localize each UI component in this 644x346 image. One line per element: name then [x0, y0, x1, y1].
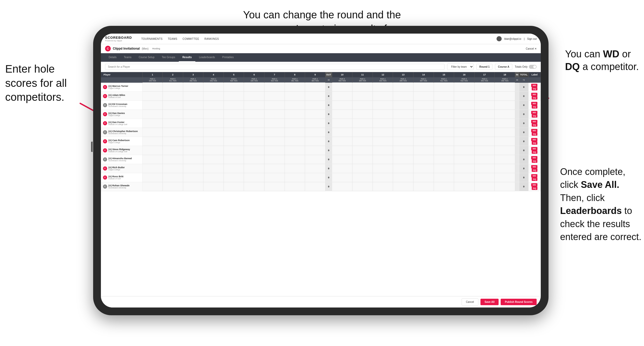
score-hole-15-player-4[interactable]	[434, 119, 454, 128]
score-hole-13-player-7[interactable]	[393, 146, 413, 155]
score-hole-17-player-4[interactable]	[474, 119, 495, 128]
score-hole-13-player-9[interactable]	[393, 164, 413, 173]
score-hole-2-player-0[interactable]	[163, 83, 183, 92]
score-hole-12-player-11[interactable]	[373, 182, 393, 191]
score-hole-3-player-11[interactable]	[183, 182, 203, 191]
score-input-h13-p5[interactable]	[394, 131, 412, 134]
score-input-h4-p7[interactable]	[204, 149, 223, 152]
score-input-h17-p1[interactable]	[475, 95, 494, 97]
score-input-h18-p11[interactable]	[495, 185, 514, 188]
dq-button-3[interactable]: DQ	[532, 114, 537, 118]
score-input-h12-p7[interactable]	[374, 149, 392, 152]
score-hole-7-player-7[interactable]	[264, 146, 285, 155]
score-hole-6-player-2[interactable]	[244, 101, 264, 110]
score-hole-15-player-9[interactable]	[434, 164, 454, 173]
score-hole-12-player-5[interactable]	[373, 128, 393, 137]
tournament-cancel-btn[interactable]: Cancel ✕	[526, 47, 537, 50]
score-hole-9-player-10[interactable]	[305, 173, 325, 182]
score-input-h17-p3[interactable]	[475, 113, 494, 116]
score-hole-8-player-8[interactable]	[285, 155, 305, 164]
score-hole-6-player-7[interactable]	[244, 146, 264, 155]
score-hole-10-player-11[interactable]	[332, 182, 352, 191]
score-input-h5-p11[interactable]	[225, 185, 243, 188]
score-hole-4-player-0[interactable]	[203, 83, 224, 92]
score-hole-7-player-0[interactable]	[264, 83, 285, 92]
score-hole-18-player-8[interactable]	[495, 155, 515, 164]
wd-button-7[interactable]: WD	[531, 147, 537, 150]
score-hole-3-player-4[interactable]	[183, 119, 203, 128]
score-hole-14-player-10[interactable]	[413, 173, 434, 182]
score-input-h14-p8[interactable]	[414, 158, 433, 161]
score-hole-4-player-11[interactable]	[203, 182, 224, 191]
score-hole-11-player-8[interactable]	[352, 155, 373, 164]
score-hole-9-player-11[interactable]	[305, 182, 325, 191]
score-input-h14-p7[interactable]	[414, 149, 433, 152]
score-input-h7-p5[interactable]	[265, 131, 284, 134]
score-input-h15-p0[interactable]	[435, 86, 453, 88]
score-input-h10-p11[interactable]	[333, 185, 352, 188]
totals-only-toggle[interactable]: Totals Only	[515, 65, 537, 69]
score-input-h4-p9[interactable]	[204, 167, 223, 170]
score-input-h7-p1[interactable]	[265, 95, 284, 97]
score-hole-17-player-7[interactable]	[474, 146, 495, 155]
score-hole-2-player-8[interactable]	[163, 155, 183, 164]
dq-button-9[interactable]: DQ	[532, 168, 537, 172]
score-input-h3-p6[interactable]	[184, 140, 203, 143]
score-input-h10-p7[interactable]	[333, 149, 352, 152]
score-hole-15-player-11[interactable]	[434, 182, 454, 191]
score-hole-10-player-2[interactable]	[332, 101, 352, 110]
score-hole-9-player-7[interactable]	[305, 146, 325, 155]
score-hole-7-player-5[interactable]	[264, 128, 285, 137]
dq-button-5[interactable]: DQ	[532, 132, 537, 136]
score-hole-12-player-3[interactable]	[373, 110, 393, 119]
score-hole-6-player-5[interactable]	[244, 128, 264, 137]
score-hole-1-player-7[interactable]	[142, 146, 163, 155]
wd-button-6[interactable]: WD	[531, 138, 537, 141]
score-input-h11-p2[interactable]	[353, 104, 372, 106]
score-input-h6-p8[interactable]	[245, 158, 263, 161]
score-input-h10-p5[interactable]	[333, 131, 352, 134]
score-input-h17-p10[interactable]	[475, 176, 494, 179]
score-hole-13-player-4[interactable]	[393, 119, 413, 128]
score-input-h10-p6[interactable]	[333, 140, 352, 143]
score-input-h5-p1[interactable]	[225, 95, 243, 97]
score-hole-5-player-0[interactable]	[224, 83, 244, 92]
score-hole-17-player-6[interactable]	[474, 137, 495, 146]
score-input-h1-p6[interactable]	[143, 140, 162, 143]
score-input-h16-p3[interactable]	[455, 113, 473, 116]
score-hole-5-player-6[interactable]	[224, 137, 244, 146]
score-input-h3-p2[interactable]	[184, 104, 203, 106]
score-hole-1-player-2[interactable]	[142, 101, 163, 110]
score-input-h6-p9[interactable]	[245, 167, 263, 170]
score-input-h8-p2[interactable]	[286, 104, 304, 106]
course-selector[interactable]: Course A	[495, 64, 512, 70]
score-hole-13-player-10[interactable]	[393, 173, 413, 182]
score-hole-17-player-3[interactable]	[474, 110, 495, 119]
score-hole-12-player-2[interactable]	[373, 101, 393, 110]
score-hole-5-player-9[interactable]	[224, 164, 244, 173]
score-input-h8-p0[interactable]	[286, 86, 304, 88]
score-input-h7-p4[interactable]	[265, 122, 284, 125]
score-input-h8-p4[interactable]	[286, 122, 304, 125]
score-input-h16-p7[interactable]	[455, 149, 473, 152]
score-input-h9-p7[interactable]	[306, 149, 324, 152]
score-input-h12-p2[interactable]	[374, 104, 392, 106]
score-hole-1-player-5[interactable]	[142, 128, 163, 137]
score-hole-13-player-6[interactable]	[393, 137, 413, 146]
score-hole-18-player-6[interactable]	[495, 137, 515, 146]
score-input-h4-p6[interactable]	[204, 140, 223, 143]
score-input-h14-p1[interactable]	[414, 95, 433, 97]
score-hole-17-player-5[interactable]	[474, 128, 495, 137]
score-hole-13-player-2[interactable]	[393, 101, 413, 110]
score-input-h15-p2[interactable]	[435, 104, 453, 106]
score-input-h13-p1[interactable]	[394, 95, 412, 97]
score-input-h7-p7[interactable]	[265, 149, 284, 152]
score-hole-14-player-5[interactable]	[413, 128, 434, 137]
score-input-h18-p0[interactable]	[495, 86, 514, 88]
score-input-h17-p2[interactable]	[475, 104, 494, 106]
score-input-h7-p9[interactable]	[265, 167, 284, 170]
score-hole-13-player-5[interactable]	[393, 128, 413, 137]
score-hole-4-player-3[interactable]	[203, 110, 224, 119]
score-hole-7-player-11[interactable]	[264, 182, 285, 191]
score-hole-18-player-10[interactable]	[495, 173, 515, 182]
